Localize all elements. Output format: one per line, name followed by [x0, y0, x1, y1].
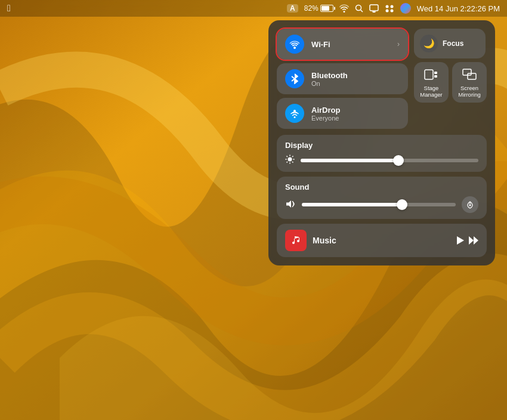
wifi-tile[interactable]: Wi-Fi › [277, 29, 408, 60]
airdrop-subtitle: Everyone [311, 115, 340, 122]
battery-percent: 82% [304, 4, 319, 13]
bluetooth-subtitle: On [311, 80, 348, 87]
music-controls [457, 236, 478, 245]
wifi-tile-text: Wi-Fi [311, 40, 330, 49]
svg-point-25 [469, 205, 471, 206]
svg-point-6 [385, 10, 388, 13]
control-center-panel: Wi-Fi › Bluetooth On [268, 20, 495, 265]
wifi-title: Wi-Fi [311, 40, 330, 49]
cc-right-column: 🌙 Focus StageManager [414, 29, 487, 129]
airdrop-tile-text: AirDrop Everyone [311, 106, 340, 122]
display-section: Display [277, 135, 487, 172]
stage-manager-icon [423, 67, 439, 82]
svg-point-4 [385, 5, 388, 8]
music-label: Music [313, 236, 451, 245]
volume-icon [285, 199, 296, 211]
volume-fill [302, 203, 402, 206]
bluetooth-tile-icon [285, 69, 304, 88]
bluetooth-tile-text: Bluetooth On [311, 71, 348, 87]
stage-manager-label: StageManager [420, 85, 443, 98]
svg-point-16 [288, 158, 292, 162]
brightness-fill [301, 159, 398, 162]
focus-label: Focus [443, 39, 463, 48]
menubar-right: A 82% [287, 3, 500, 14]
apple-menu[interactable]:  [7, 3, 11, 14]
battery-icon [320, 5, 333, 12]
music-section: Music [277, 224, 487, 257]
svg-line-24 [287, 162, 288, 163]
svg-rect-14 [463, 69, 471, 75]
svg-rect-3 [370, 5, 378, 11]
bottom-right-tiles: StageManager ScreenMirroring [414, 62, 487, 103]
screen-mirror-menubar-icon[interactable] [369, 4, 379, 13]
menubar:  A 82% [0, 0, 507, 17]
svg-point-1 [355, 5, 361, 11]
focus-icon: 🌙 [420, 35, 438, 52]
svg-point-10 [293, 110, 296, 112]
sound-section: Sound [277, 177, 487, 219]
svg-rect-12 [434, 72, 437, 74]
svg-point-9 [294, 116, 296, 118]
search-menubar-icon[interactable] [355, 4, 363, 13]
keyboard-indicator: A [287, 4, 298, 13]
airdrop-tile[interactable]: AirDrop Everyone [277, 98, 408, 129]
brightness-icon [285, 155, 295, 166]
brightness-track[interactable] [301, 159, 478, 162]
display-label: Display [285, 141, 478, 150]
battery-status: 82% [304, 4, 333, 13]
svg-rect-11 [425, 70, 433, 79]
music-play-button[interactable] [457, 236, 464, 245]
screen-mirroring-icon [462, 67, 477, 82]
wifi-chevron: › [397, 40, 400, 48]
svg-rect-15 [468, 73, 476, 79]
bluetooth-tile[interactable]: Bluetooth On [277, 63, 408, 94]
siri-menubar-icon[interactable] [400, 3, 411, 14]
datetime: Wed 14 Jun 2:22:26 PM [417, 4, 500, 13]
cc-top-row: Wi-Fi › Bluetooth On [277, 29, 487, 129]
svg-point-5 [390, 5, 393, 8]
stage-manager-tile[interactable]: StageManager [414, 62, 449, 103]
airdrop-title: AirDrop [311, 106, 340, 115]
music-app-icon [285, 230, 307, 251]
volume-thumb [397, 199, 407, 210]
wifi-menubar-icon[interactable] [339, 4, 349, 13]
bluetooth-title: Bluetooth [311, 71, 348, 80]
svg-line-23 [292, 156, 293, 158]
music-skip-button[interactable] [469, 236, 478, 245]
svg-marker-28 [474, 236, 478, 245]
focus-tile[interactable]: 🌙 Focus [414, 29, 486, 58]
airplay-audio-button[interactable] [462, 196, 478, 213]
menubar-left:  [7, 3, 11, 14]
svg-point-8 [293, 47, 296, 49]
airdrop-tile-icon [285, 104, 304, 123]
svg-rect-13 [434, 75, 437, 78]
svg-line-22 [292, 162, 293, 163]
brightness-thumb [393, 155, 404, 166]
screen-mirroring-label: ScreenMirroring [458, 85, 480, 98]
wifi-tile-icon [285, 35, 304, 54]
svg-point-7 [390, 10, 393, 13]
volume-track[interactable] [302, 203, 456, 206]
screen-mirroring-tile[interactable]: ScreenMirroring [452, 62, 487, 103]
svg-marker-27 [469, 236, 474, 245]
sound-label: Sound [285, 183, 478, 192]
volume-slider-row [285, 196, 478, 213]
svg-marker-26 [457, 236, 464, 245]
battery-fill [321, 6, 330, 11]
control-center-menubar-icon[interactable] [385, 4, 394, 13]
svg-line-2 [360, 10, 363, 13]
cc-network-column: Wi-Fi › Bluetooth On [277, 29, 408, 129]
brightness-slider-row [285, 155, 478, 166]
svg-line-21 [287, 156, 288, 158]
